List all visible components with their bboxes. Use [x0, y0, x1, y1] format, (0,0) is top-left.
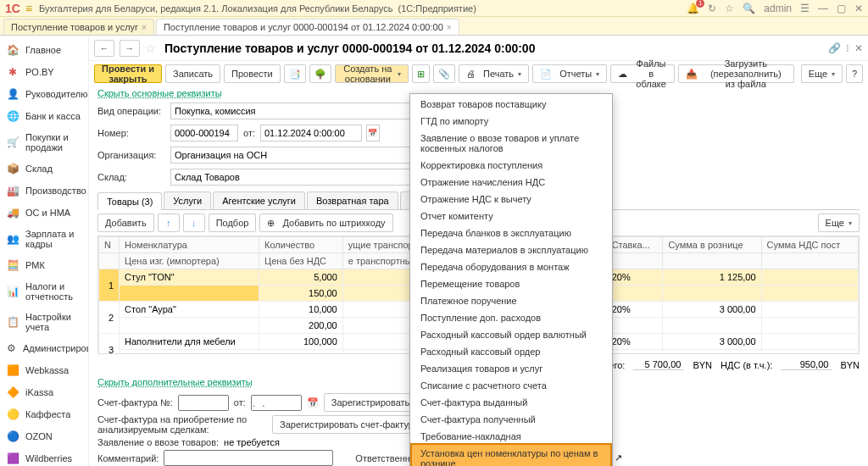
post-button[interactable]: Провести: [224, 64, 281, 83]
sidebar-item[interactable]: ⚙Администрирование: [0, 337, 88, 359]
register-invoice2-button[interactable]: Зарегистрировать счет-фактуру: [272, 415, 426, 434]
open-icon[interactable]: ↗: [615, 452, 622, 463]
column-header[interactable]: Номенклатура: [120, 237, 259, 253]
menu-item[interactable]: Установка цен номенклатуры по ценам в ро…: [410, 443, 612, 466]
menu-item[interactable]: Счет-фактура полученный: [410, 411, 612, 428]
sidebar-item[interactable]: 📋Настройки учета: [0, 307, 88, 337]
attach-icon[interactable]: 📎: [433, 64, 455, 83]
comment-input[interactable]: [164, 450, 333, 466]
add-barcode-button[interactable]: ⊕ Добавить по штрихкоду: [259, 214, 392, 232]
sidebar-item[interactable]: 👤Руководителю: [0, 83, 88, 105]
sidebar-item[interactable]: 🏠Главное: [0, 39, 88, 61]
burger-icon[interactable]: ≡: [25, 2, 32, 15]
menu-item[interactable]: ГТД по импорту: [410, 113, 612, 130]
settings-icon[interactable]: ☰: [800, 3, 810, 14]
menu-item[interactable]: Перемещение товаров: [410, 275, 612, 292]
sidebar-item[interactable]: 🟧Webkassa: [0, 359, 88, 381]
link-icon[interactable]: 🔗: [828, 42, 841, 54]
menu-item[interactable]: Расходный кассовый ордер валютный: [410, 326, 612, 343]
hide-main-props-link[interactable]: Скрыть основные реквизиты: [89, 86, 231, 100]
menu-item[interactable]: Списание с расчетного счета: [410, 377, 612, 394]
sidebar-item[interactable]: 🏭Производство: [0, 180, 88, 202]
hide-extra-props-link[interactable]: Скрыть дополнительные реквизиты: [89, 375, 261, 389]
cloud-files-button[interactable]: ☁ Файлы в облаке: [610, 64, 675, 83]
menu-item[interactable]: Поступление доп. расходов: [410, 309, 612, 326]
close-icon[interactable]: ✕: [854, 3, 863, 14]
column-header[interactable]: Сумма в рознице: [663, 237, 761, 253]
sidebar-item[interactable]: ✱PO.BY: [0, 61, 88, 83]
sidebar-item[interactable]: 🟡Каффеста: [0, 403, 88, 425]
bell-icon[interactable]: 🔔: [687, 3, 699, 14]
nav-back-button[interactable]: ←: [94, 40, 114, 57]
help-button[interactable]: ?: [846, 64, 863, 83]
create-based-button[interactable]: Создать на основании: [335, 64, 409, 83]
table-more-button[interactable]: Еще: [818, 214, 860, 232]
menu-item[interactable]: Заявление о ввозе товаров и уплате косве…: [410, 130, 612, 157]
close-icon[interactable]: ×: [447, 23, 452, 32]
pick-button[interactable]: Подбор: [209, 214, 257, 232]
doc-tab[interactable]: Возвратная тара: [307, 191, 398, 209]
create-based-menu[interactable]: Возврат товаров поставщикуГТД по импорту…: [409, 93, 613, 466]
minimize-icon[interactable]: —: [818, 3, 828, 14]
menu-item[interactable]: Передача материалов в эксплуатацию: [410, 241, 612, 258]
menu-item[interactable]: Отчет комитенту: [410, 208, 612, 225]
search-icon[interactable]: 🔍: [743, 3, 755, 14]
menu-item[interactable]: Платежное поручение: [410, 292, 612, 309]
nav-fwd-button[interactable]: →: [120, 40, 140, 57]
print-button[interactable]: 🖨 Печать: [459, 64, 529, 83]
sidebar-item[interactable]: 🚚ОС и НМА: [0, 202, 88, 224]
sidebar-item[interactable]: 🔵OZON: [0, 425, 88, 447]
tab-document[interactable]: Поступление товаров и услуг 0000-000194 …: [156, 19, 459, 35]
history-icon[interactable]: ↻: [708, 3, 716, 14]
number-input[interactable]: [170, 125, 238, 141]
close-icon[interactable]: ×: [142, 23, 147, 32]
column-header[interactable]: Сумма НДС пост: [761, 237, 858, 253]
sidebar-item[interactable]: 🟪Wildberries: [0, 447, 88, 466]
menu-item[interactable]: Передача бланков в эксплуатацию: [410, 225, 612, 241]
sidebar-item[interactable]: 🛒Покупки и продажи: [0, 127, 88, 158]
doc-tab[interactable]: Услуги: [164, 191, 211, 209]
move-up-icon[interactable]: ↑: [158, 214, 180, 232]
menu-item[interactable]: Передача оборудования в монтаж: [410, 258, 612, 275]
write-button[interactable]: Записать: [165, 64, 220, 83]
sidebar-item[interactable]: 👥Зарплата и кадры: [0, 224, 88, 254]
excel-icon[interactable]: ⊞: [412, 64, 430, 83]
post-and-close-button[interactable]: Провести и закрыть: [94, 64, 162, 83]
menu-item[interactable]: Возврат товаров поставщику: [410, 96, 612, 113]
more-button[interactable]: Еще: [801, 64, 843, 83]
sidebar-item[interactable]: 📦Склад: [0, 158, 88, 180]
reports-button[interactable]: 📄 Отчеты: [532, 64, 607, 83]
invoice-num-input[interactable]: [178, 395, 229, 411]
column-header[interactable]: Количество: [259, 237, 343, 253]
star-icon[interactable]: ☆: [725, 3, 734, 14]
menu-item[interactable]: Реализация товаров и услуг: [410, 360, 612, 377]
calendar-icon[interactable]: 📅: [307, 397, 319, 408]
maximize-icon[interactable]: ▢: [837, 3, 846, 14]
close-doc-icon[interactable]: ✕: [854, 42, 863, 54]
upload-from-file-button[interactable]: 📥 Загрузить (перезаполнить) из файла: [678, 64, 794, 83]
menu-item[interactable]: Расходный кассовый ордер: [410, 343, 612, 360]
doc-tab[interactable]: Агентские услуги: [213, 191, 305, 209]
help-icon[interactable]: ⁝: [846, 42, 849, 54]
move-down-icon[interactable]: ↓: [183, 214, 205, 232]
menu-item[interactable]: Корректировка поступления: [410, 157, 612, 174]
column-header[interactable]: N: [99, 237, 120, 253]
menu-item[interactable]: Счет-фактура выданный: [410, 394, 612, 411]
movements-icon[interactable]: 📑: [284, 64, 306, 83]
date-input[interactable]: [260, 125, 362, 141]
structure-icon[interactable]: 🌳: [309, 64, 331, 83]
menu-item[interactable]: Отражение начисления НДС: [410, 174, 612, 191]
menu-item[interactable]: Требование-накладная: [410, 428, 612, 445]
doc-tab[interactable]: Товары (3): [97, 192, 162, 210]
sidebar-item[interactable]: 📊Налоги и отчетность: [0, 276, 88, 307]
add-row-button[interactable]: Добавить: [97, 214, 154, 232]
calendar-icon[interactable]: 📅: [366, 125, 380, 141]
sidebar-item[interactable]: 🌐Банк и касса: [0, 105, 88, 127]
menu-item[interactable]: Отражение НДС к вычету: [410, 191, 612, 208]
column-header[interactable]: Ставка...: [606, 237, 663, 253]
user-label[interactable]: admin: [764, 3, 792, 14]
invoice-date-input[interactable]: [251, 395, 302, 411]
tab-list[interactable]: Поступление товаров и услуг×: [3, 19, 154, 35]
sidebar-item[interactable]: 🧮РМК: [0, 254, 88, 276]
favorite-star-icon[interactable]: ☆: [145, 42, 156, 55]
